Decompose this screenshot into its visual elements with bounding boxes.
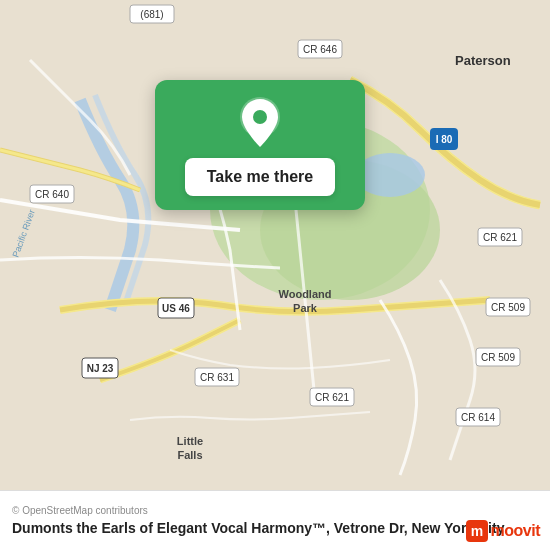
location-card: Take me there [155, 80, 365, 210]
svg-text:m: m [470, 523, 482, 539]
svg-text:CR 631: CR 631 [200, 372, 234, 383]
svg-text:CR 614: CR 614 [461, 412, 495, 423]
svg-text:Paterson: Paterson [455, 53, 511, 68]
svg-text:Woodland: Woodland [279, 288, 332, 300]
svg-point-35 [253, 110, 267, 124]
svg-text:Little: Little [177, 435, 203, 447]
svg-text:CR 509: CR 509 [481, 352, 515, 363]
svg-text:CR 621: CR 621 [483, 232, 517, 243]
map-container: (681) CR 646 Paterson CR 640 I 80 Pacifi… [0, 0, 550, 490]
svg-text:Park: Park [293, 302, 318, 314]
attribution-text: © OpenStreetMap contributors [12, 505, 538, 516]
svg-text:CR 621: CR 621 [315, 392, 349, 403]
place-title: Dumonts the Earls of Elegant Vocal Harmo… [12, 519, 538, 537]
moovit-logo-text: moovit [491, 522, 540, 540]
pin-icon-wrapper [235, 98, 285, 148]
app: (681) CR 646 Paterson CR 640 I 80 Pacifi… [0, 0, 550, 550]
svg-text:Falls: Falls [177, 449, 202, 461]
svg-text:(681): (681) [140, 9, 163, 20]
moovit-icon: m [466, 520, 488, 542]
map-svg: (681) CR 646 Paterson CR 640 I 80 Pacifi… [0, 0, 550, 490]
svg-text:NJ 23: NJ 23 [87, 363, 114, 374]
location-pin-icon [238, 97, 282, 149]
svg-text:CR 646: CR 646 [303, 44, 337, 55]
svg-text:CR 640: CR 640 [35, 189, 69, 200]
svg-text:CR 509: CR 509 [491, 302, 525, 313]
footer: © OpenStreetMap contributors Dumonts the… [0, 490, 550, 550]
svg-text:I 80: I 80 [436, 134, 453, 145]
svg-point-3 [355, 153, 425, 197]
svg-text:US 46: US 46 [162, 303, 190, 314]
take-me-there-button[interactable]: Take me there [185, 158, 335, 196]
moovit-logo: m moovit [466, 520, 540, 542]
